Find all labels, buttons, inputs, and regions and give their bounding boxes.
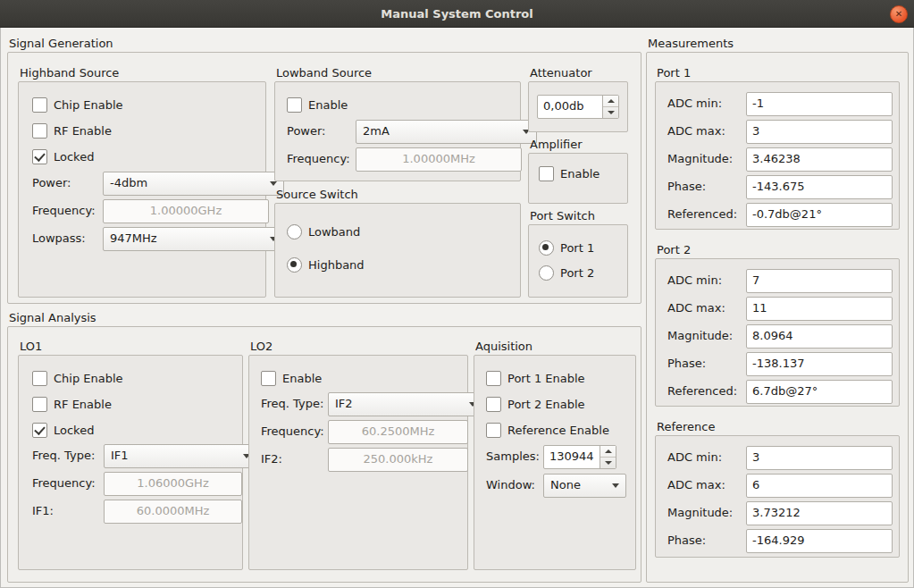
port2-magnitude-field[interactable]: 8.0964 <box>746 324 893 349</box>
frequency-label: Frequency: <box>287 147 350 170</box>
lowband-enable-checkbox[interactable]: Enable <box>287 97 348 113</box>
checkbox-label: Chip Enable <box>54 372 123 385</box>
phase-label: Phase: <box>667 175 706 197</box>
triangle-up-icon <box>605 449 612 453</box>
lo2-if2-field: 250.000kHz <box>328 448 468 472</box>
checkbox-box <box>32 423 47 438</box>
reference-adc-max-field[interactable]: 6 <box>746 474 893 498</box>
checkbox-label: Enable <box>308 98 348 112</box>
phase-label: Phase: <box>667 352 706 374</box>
port1-magnitude-field[interactable]: 3.46238 <box>746 147 893 172</box>
port2-enable-checkbox[interactable]: Port 2 Enable <box>486 396 585 412</box>
checkbox-label: Locked <box>54 424 94 437</box>
radio-circle <box>539 265 554 281</box>
lo2-title: LO2 <box>250 340 273 353</box>
combo-value: IF2 <box>335 397 353 410</box>
checkbox-box <box>32 123 47 139</box>
port-switch-title: Port Switch <box>530 209 595 223</box>
adc-max-label: ADC max: <box>667 474 725 496</box>
frequency-label: Frequency: <box>32 472 96 494</box>
lo1-freq-type-select[interactable]: IF1 <box>104 444 257 468</box>
chevron-down-icon <box>612 483 619 488</box>
radio-label: Port 1 <box>560 241 594 255</box>
window-select[interactable]: None <box>543 474 626 498</box>
chevron-down-icon <box>270 181 277 186</box>
freq-type-label: Freq. Type: <box>261 392 323 415</box>
checkbox-label: Locked <box>54 150 94 164</box>
frequency-label: Frequency: <box>261 420 324 442</box>
port1-adc-min-field[interactable]: -1 <box>746 92 893 116</box>
checkbox-box <box>32 397 47 412</box>
spin-up-button[interactable] <box>600 446 616 457</box>
window-label: Window: <box>486 474 535 496</box>
port-switch-panel <box>528 224 628 298</box>
lo1-if1-field: 60.0000MHz <box>104 500 242 524</box>
spin-up-button[interactable] <box>603 96 618 106</box>
acquisition-title: Aquisition <box>475 340 532 353</box>
port2-referenced-field[interactable]: 6.7db@27° <box>746 380 893 404</box>
source-switch-panel <box>274 203 521 298</box>
radio-label: Lowband <box>308 225 360 239</box>
radio-label: Highband <box>308 258 365 272</box>
port2-phase-field[interactable]: -138.137 <box>746 352 893 376</box>
lo1-rf-enable-checkbox[interactable]: RF Enable <box>32 396 112 412</box>
port2-radio[interactable]: Port 2 <box>539 265 594 281</box>
port1-enable-checkbox[interactable]: Port 1 Enable <box>486 370 585 386</box>
lo2-freq-type-select[interactable]: IF2 <box>328 392 483 416</box>
checkbox-box <box>32 97 47 113</box>
close-button[interactable]: ✕ <box>890 5 908 23</box>
lo1-locked-checkbox[interactable]: Locked <box>32 422 94 438</box>
power-label: Power: <box>32 172 71 194</box>
highband-power-select[interactable]: -4dbm <box>103 172 284 196</box>
reference-enable-checkbox[interactable]: Reference Enable <box>486 422 609 438</box>
reference-adc-min-field[interactable]: 3 <box>746 446 893 470</box>
port1-referenced-field[interactable]: -0.7db@21° <box>746 203 893 227</box>
reference-magnitude-field[interactable]: 3.73212 <box>746 501 893 525</box>
magnitude-label: Magnitude: <box>667 324 733 347</box>
adc-min-label: ADC min: <box>667 269 722 291</box>
lo1-title: LO1 <box>20 340 42 353</box>
triangle-up-icon <box>608 99 615 103</box>
checkbox-label: Port 2 Enable <box>507 398 585 411</box>
combo-value: 947MHz <box>110 231 157 245</box>
checkbox-box <box>539 166 554 181</box>
combo-value: -4dbm <box>110 176 147 189</box>
titlebar[interactable]: Manual System Control ✕ <box>0 0 914 28</box>
lo2-frequency-field: 60.2500MHz <box>328 420 468 444</box>
lo2-enable-checkbox[interactable]: Enable <box>261 370 322 386</box>
lowband-source-title: Lowband Source <box>276 66 372 80</box>
spin-down-button[interactable] <box>603 106 618 118</box>
if1-label: IF1: <box>32 500 54 522</box>
spin-value: 130944 <box>549 446 594 466</box>
highband-radio[interactable]: Highband <box>287 256 365 273</box>
checkbox-box <box>486 371 501 386</box>
close-icon: ✕ <box>895 10 902 19</box>
lowband-power-select[interactable]: 2mA <box>356 120 537 144</box>
lowband-radio[interactable]: Lowband <box>287 223 360 239</box>
highband-source-title: Highband Source <box>20 66 119 80</box>
port2-adc-max-field[interactable]: 11 <box>746 297 893 321</box>
amplifier-enable-checkbox[interactable]: Enable <box>539 165 600 181</box>
signal-analysis-title: Signal Analysis <box>9 311 96 324</box>
combo-value: None <box>550 478 581 491</box>
attenuator-spinbox[interactable]: 0,00db <box>537 95 619 119</box>
lowpass-label: Lowpass: <box>32 227 86 249</box>
spin-down-button[interactable] <box>600 457 616 468</box>
checkbox-box <box>32 371 47 386</box>
checkbox-label: RF Enable <box>54 124 112 138</box>
port1-radio[interactable]: Port 1 <box>539 239 594 256</box>
port1-adc-max-field[interactable]: 3 <box>746 120 893 144</box>
checkbox-label: Port 1 Enable <box>507 372 585 385</box>
port1-phase-field[interactable]: -143.675 <box>746 175 893 199</box>
reference-phase-field[interactable]: -164.929 <box>746 529 893 553</box>
adc-min-label: ADC min: <box>667 92 722 114</box>
port2-adc-min-field[interactable]: 7 <box>746 269 893 293</box>
checkbox-box <box>486 423 501 438</box>
lowpass-select[interactable]: 947MHz <box>103 227 284 251</box>
combo-value: IF1 <box>111 449 129 462</box>
locked-checkbox[interactable]: Locked <box>32 148 94 164</box>
chip-enable-checkbox[interactable]: Chip Enable <box>32 97 123 113</box>
rf-enable-checkbox[interactable]: RF Enable <box>32 122 112 139</box>
samples-spinbox[interactable]: 130944 <box>543 445 616 469</box>
lo1-chip-enable-checkbox[interactable]: Chip Enable <box>32 370 123 386</box>
